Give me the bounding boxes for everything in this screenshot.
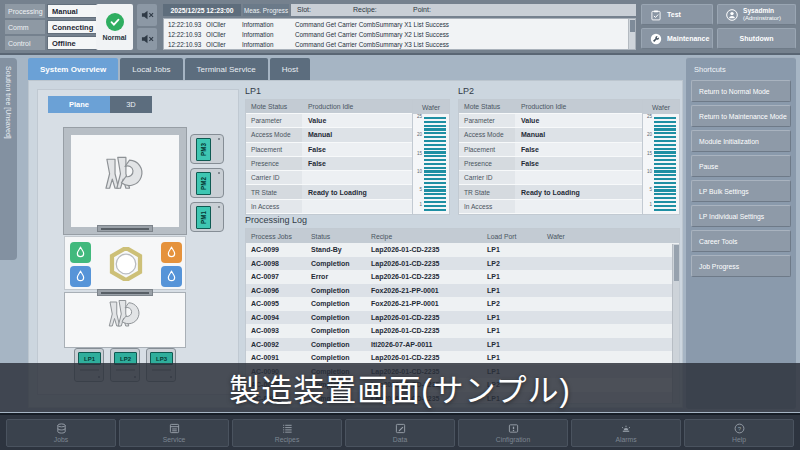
wafer-slot-bar: [654, 151, 676, 153]
plog-cell: Lap2026-01-CD-2235: [366, 324, 482, 338]
equipment-ui-screen: ProcessingManualCommConnectingControlOff…: [0, 0, 800, 450]
nav-cinfigration-button[interactable]: Cinfigration: [458, 419, 568, 447]
plog-cell: Stand-By: [306, 243, 366, 257]
shortcut-career-tools[interactable]: Career Tools: [691, 230, 791, 252]
maintenance-button[interactable]: Maintenance: [641, 28, 713, 49]
user-name: Sysadmin: [743, 7, 781, 15]
plog-col-status: Status: [306, 229, 366, 243]
shortcut-lp-individual-settings[interactable]: LP Individual Settings: [691, 205, 791, 227]
solution-tree-tab[interactable]: Solution tree [Unsaved]: [0, 58, 17, 260]
shortcut-return-to-maintenance-mode[interactable]: Return to Maintenance Mode: [691, 105, 791, 127]
field-label-slot: Slot:: [297, 6, 311, 13]
wafer-slot-bar: [424, 197, 446, 199]
nav-help-button[interactable]: ?Help: [684, 419, 794, 447]
wafer-slot-bar: [654, 201, 676, 203]
log-message: Command Get Carrier CombSummary X1 List …: [295, 21, 635, 28]
nav-data-button[interactable]: Data: [345, 419, 455, 447]
log-message: Command Get Carrier CombSummary X2 List …: [295, 31, 635, 38]
tab-terminal-service[interactable]: Terminal Service: [185, 58, 268, 80]
wafer-slot-bar: [424, 201, 446, 203]
list-icon: [282, 423, 293, 435]
wafer-tick: 25: [413, 114, 422, 119]
view-toggle-plane[interactable]: Plane: [48, 96, 110, 113]
plog-row[interactable]: AC-0095CompletionFox2026-21-PP-0001LP2: [246, 297, 679, 311]
test-button[interactable]: Test: [641, 4, 713, 25]
tab-system-overview[interactable]: System Overview: [28, 58, 118, 80]
lp-row-value: [515, 171, 642, 184]
nav-button-label: Service: [163, 436, 186, 443]
shortcut-return-to-normal-mode[interactable]: Return to Normal Mode: [691, 80, 791, 102]
log-scrollbar-thumb[interactable]: [630, 20, 635, 32]
wafer-slot-bar: [654, 155, 676, 157]
plog-cell: [542, 324, 679, 338]
nav-recipes-button[interactable]: Recipes: [232, 419, 342, 447]
plog-cell: Completion: [306, 297, 366, 311]
shortcut-job-progress[interactable]: Job Progress: [691, 255, 791, 277]
orange-droplet-icon[interactable]: [161, 242, 182, 263]
mute-buzzer-button-2[interactable]: [137, 28, 157, 50]
plog-row[interactable]: AC-0099Stand-ByLap2026-01-CD-2235LP1: [246, 243, 679, 257]
equipment-schematic: Plane 3D PM3PM2PM1: [37, 89, 239, 395]
tab-local-jobs[interactable]: Local Jobs: [120, 58, 182, 80]
pm-module-pm3[interactable]: PM3: [190, 134, 224, 164]
plog-cell: Completion: [306, 338, 366, 352]
plog-row[interactable]: AC-0098CompletionLap2026-01-CD-2235LP2: [246, 257, 679, 271]
lp-row-label: Access Mode: [459, 128, 515, 141]
processing-log-scrollbar-thumb[interactable]: [674, 245, 679, 281]
wafer-slot-bar: [424, 155, 446, 157]
view-toggle-3d[interactable]: 3D: [110, 96, 152, 113]
shortcut-lp-bulk-settings[interactable]: LP Bulk Settings: [691, 180, 791, 202]
lp-row-presence: PresenceFalse: [246, 157, 412, 171]
lp-panel-title: LP2: [458, 86, 680, 96]
plog-row[interactable]: AC-0097ErrorLap2026-01-CD-2235LP1: [246, 270, 679, 284]
speaker-mute-icon: [141, 10, 154, 20]
nav-alarms-button[interactable]: Alarms: [571, 419, 681, 447]
wafer-tick: 5: [413, 187, 422, 192]
lp-row-value: [302, 171, 412, 184]
wafer-slot-bar: [424, 186, 446, 188]
wafer-tick: 15: [643, 151, 652, 156]
green-droplet-icon[interactable]: [70, 242, 91, 263]
wafer-slot-bar: [424, 189, 446, 191]
plog-col-process-jobs: Process Jobs: [246, 229, 306, 243]
nav-jobs-button[interactable]: Jobs: [6, 419, 116, 447]
lp-status-panel-lp2: LP2Mote StatusProduction IdleParameterVa…: [458, 86, 680, 215]
tab-host[interactable]: Host: [270, 58, 310, 80]
wafer-slot-bar: [654, 163, 676, 165]
plog-row[interactable]: AC-0092CompletionItl2026-07-AP-0011LP1: [246, 338, 679, 352]
plog-cell: [542, 243, 679, 257]
plog-cell: Completion: [306, 284, 366, 298]
pm-module-pm2[interactable]: PM2: [190, 168, 224, 198]
lp-row-label: Presence: [459, 157, 515, 170]
meas-progress-label: Meas. Progress: [243, 4, 289, 16]
current-user-button[interactable]: Sysadmin (Adminstrator): [717, 4, 796, 25]
wafer-column: Wafer2520151051: [412, 100, 449, 214]
alert-window-icon: [508, 423, 519, 435]
lp-row-label: Parameter: [246, 114, 302, 127]
wafer-slot-bar: [424, 170, 446, 172]
nav-service-button[interactable]: Service: [119, 419, 229, 447]
shortcut-pause[interactable]: Pause: [691, 155, 791, 177]
log-scrollbar[interactable]: [628, 19, 635, 49]
maintenance-button-label: Maintenance: [667, 35, 709, 42]
blue-droplet-left-icon[interactable]: [70, 266, 91, 287]
log-time: 12:22:10.93: [164, 31, 206, 38]
log-time: 12:22:10.93: [164, 41, 206, 48]
wafer-slot-map: 2520151051: [413, 114, 449, 214]
log-level: Information: [242, 41, 295, 48]
shutdown-button[interactable]: Shutdown: [717, 28, 796, 49]
solution-tree-label: Solution tree [Unsaved]: [5, 66, 12, 139]
plog-row[interactable]: AC-0093CompletionLap2026-01-CD-2235LP1: [246, 324, 679, 338]
alarm-state-indicator[interactable]: Normal: [96, 4, 133, 50]
lp-row-parameter: ParameterValue: [246, 114, 412, 128]
blue-droplet-right-icon[interactable]: [161, 266, 182, 287]
plog-row[interactable]: AC-0096CompletionFox2026-21-PP-0001LP1: [246, 284, 679, 298]
wafer-slot-bar: [654, 140, 676, 142]
pm-module-pm1[interactable]: PM1: [190, 202, 224, 232]
shortcut-module-initialization[interactable]: Module Initialization: [691, 130, 791, 152]
lp-row-label: TR State: [459, 185, 515, 198]
plog-row[interactable]: AC-0094CompletionLap2026-01-CD-2235LP1: [246, 311, 679, 325]
lp-row-carrier-id: Carrier ID: [246, 171, 412, 185]
pm-label: PM3: [200, 143, 207, 156]
mute-buzzer-button-1[interactable]: [137, 4, 157, 26]
